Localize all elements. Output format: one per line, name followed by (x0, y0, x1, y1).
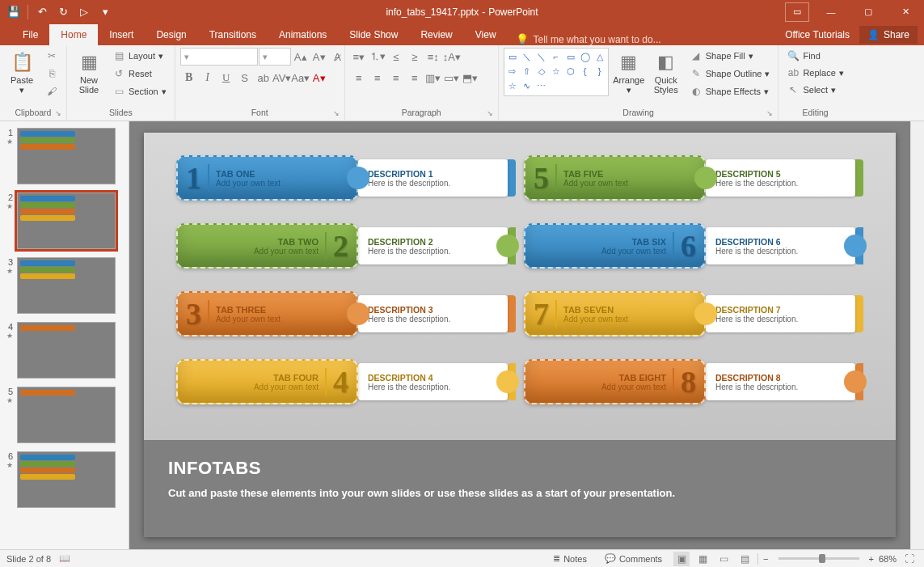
tab-insert[interactable]: Insert (98, 24, 145, 45)
increase-indent-button[interactable]: ≥ (406, 48, 424, 66)
quick-styles-button[interactable]: ◧ Quick Styles (649, 48, 683, 96)
slide-footer[interactable]: INFOTABS Cut and paste these elements in… (144, 440, 896, 537)
reading-view-button[interactable]: ▭ (715, 552, 732, 566)
justify-button[interactable]: ≡ (406, 69, 424, 87)
zoom-slider[interactable] (778, 557, 859, 560)
tab-home[interactable]: Home (49, 24, 98, 45)
bullets-button[interactable]: ≡▾ (350, 48, 368, 66)
slide-thumbnail[interactable] (17, 257, 116, 314)
replace-button[interactable]: abReplace ▾ (783, 65, 846, 81)
thumbnail-panel[interactable]: 1★2★3★4★5★6★ (0, 121, 129, 549)
align-text-button[interactable]: ▭▾ (443, 69, 461, 87)
change-case-button[interactable]: Aa▾ (292, 69, 310, 87)
close-button[interactable]: ✕ (887, 0, 924, 23)
increase-font-button[interactable]: A▴ (292, 48, 310, 66)
smartart-button[interactable]: ⬒▾ (462, 69, 479, 87)
qat-customize-button[interactable]: ▾ (96, 3, 114, 21)
notes-button[interactable]: ≣Notes (546, 553, 593, 564)
text-shadow-button[interactable]: ab (255, 69, 272, 87)
infotab[interactable]: 5TAB FIVEAdd your own textDESCRIPTION 5H… (524, 155, 863, 201)
slide-thumbnail[interactable] (17, 128, 116, 184)
undo-button[interactable]: ↶ (33, 3, 51, 21)
paragraph-launcher[interactable]: ↘ (487, 109, 493, 117)
tab-animations[interactable]: Animations (268, 24, 338, 45)
find-button[interactable]: 🔍Find (783, 48, 846, 64)
shape-outline-button[interactable]: ✎Shape Outline ▾ (686, 66, 774, 82)
ribbon-display-options-button[interactable]: ▭ (785, 2, 809, 22)
align-center-button[interactable]: ≡ (369, 69, 386, 87)
font-family-combo[interactable]: ▾ (180, 48, 258, 66)
vertical-scrollbar[interactable] (910, 121, 924, 549)
slide-thumbnail[interactable] (17, 193, 116, 249)
underline-button[interactable]: U (217, 69, 235, 87)
shapes-gallery[interactable]: ▭ ＼ ＼ ⌐ ▭ ◯ △ ⇨ ⇧ ◇ ☆ ⬡ { } ☆ ∿ ⋯ (504, 48, 609, 96)
shape-effects-button[interactable]: ◐Shape Effects ▾ (686, 83, 774, 99)
slide-canvas-area[interactable]: 1TAB ONEAdd your own textDESCRIPTION 1He… (129, 121, 910, 549)
font-size-combo[interactable]: ▾ (259, 48, 291, 66)
infotab[interactable]: DESCRIPTION 4Here is the description.4TA… (176, 359, 516, 404)
font-color-button[interactable]: A▾ (310, 69, 328, 87)
tab-review[interactable]: Review (409, 24, 463, 45)
slideshow-view-button[interactable]: ▤ (736, 552, 753, 566)
strikethrough-button[interactable]: S (236, 69, 254, 87)
section-button[interactable]: ▭Section ▾ (109, 83, 170, 99)
infotab[interactable]: 1TAB ONEAdd your own textDESCRIPTION 1He… (176, 155, 516, 201)
share-button[interactable]: 👤 Share (859, 26, 918, 44)
font-launcher[interactable]: ↘ (333, 109, 340, 117)
tab-file[interactable]: File (11, 24, 49, 45)
arrange-button[interactable]: ▦ Arrange ▾ (612, 48, 646, 96)
slide[interactable]: 1TAB ONEAdd your own textDESCRIPTION 1He… (144, 133, 896, 537)
infotab[interactable]: DESCRIPTION 2Here is the description.2TA… (176, 223, 516, 269)
spellcheck-button[interactable]: 📖 (59, 553, 70, 564)
line-spacing-button[interactable]: ≡↕ (424, 48, 442, 66)
drawing-launcher[interactable]: ↘ (766, 109, 773, 117)
minimize-button[interactable]: — (812, 0, 850, 23)
format-painter-button[interactable]: 🖌 (42, 83, 61, 99)
bold-button[interactable]: B (180, 69, 198, 87)
tab-view[interactable]: View (464, 24, 508, 45)
copy-button[interactable]: ⎘ (42, 66, 61, 82)
align-left-button[interactable]: ≡ (350, 69, 368, 87)
select-button[interactable]: ↖Select ▾ (783, 82, 846, 98)
zoom-out-button[interactable]: − (763, 554, 768, 564)
infotab[interactable]: DESCRIPTION 6Here is the description.6TA… (524, 223, 863, 269)
infotab[interactable]: 3TAB THREEAdd your own textDESCRIPTION 3… (176, 291, 516, 336)
clipboard-launcher[interactable]: ↘ (55, 109, 61, 117)
italic-button[interactable]: I (199, 69, 217, 87)
char-spacing-button[interactable]: AV▾ (273, 69, 291, 87)
comments-button[interactable]: 💬Comments (598, 553, 669, 564)
fit-to-window-button[interactable]: ⛶ (901, 552, 918, 566)
infotab[interactable]: 7TAB SEVENAdd your own textDESCRIPTION 7… (524, 291, 863, 336)
layout-button[interactable]: ▤Layout ▾ (109, 48, 170, 64)
tab-slideshow[interactable]: Slide Show (338, 24, 409, 45)
shape-fill-button[interactable]: ◢Shape Fill ▾ (686, 48, 774, 64)
clear-formatting-button[interactable]: A̷ (329, 48, 347, 66)
zoom-level-label[interactable]: 68% (879, 554, 897, 564)
slide-count-label[interactable]: Slide 2 of 8 (6, 554, 51, 564)
zoom-in-button[interactable]: + (869, 554, 874, 564)
cut-button[interactable]: ✂ (42, 48, 61, 64)
tab-transitions[interactable]: Transitions (198, 24, 268, 45)
decrease-indent-button[interactable]: ≤ (387, 48, 405, 66)
redo-button[interactable]: ↻ (54, 3, 72, 21)
text-direction-button[interactable]: ↕A▾ (443, 48, 461, 66)
account-name[interactable]: Office Tutorials (778, 24, 856, 45)
align-right-button[interactable]: ≡ (387, 69, 405, 87)
restore-button[interactable]: ▢ (850, 0, 887, 23)
start-from-beginning-button[interactable]: ▷ (75, 3, 93, 21)
slide-thumbnail[interactable] (17, 451, 116, 508)
sorter-view-button[interactable]: ▦ (694, 552, 711, 566)
reset-button[interactable]: ↺Reset (109, 66, 170, 82)
new-slide-button[interactable]: ▦ New Slide (72, 48, 106, 96)
slide-thumbnail[interactable] (17, 387, 116, 443)
tab-design[interactable]: Design (145, 24, 197, 45)
normal-view-button[interactable]: ▣ (673, 552, 690, 566)
tell-me-search[interactable]: 💡 Tell me what you want to do... (508, 33, 669, 45)
save-button[interactable]: 💾 (5, 3, 23, 21)
infotab[interactable]: DESCRIPTION 8Here is the description.8TA… (524, 359, 863, 404)
decrease-font-button[interactable]: A▾ (310, 48, 328, 66)
slide-thumbnail[interactable] (17, 322, 116, 379)
zoom-slider-thumb[interactable] (819, 554, 825, 563)
paste-button[interactable]: 📋 Paste ▾ (5, 48, 39, 96)
columns-button[interactable]: ▥▾ (424, 69, 442, 87)
